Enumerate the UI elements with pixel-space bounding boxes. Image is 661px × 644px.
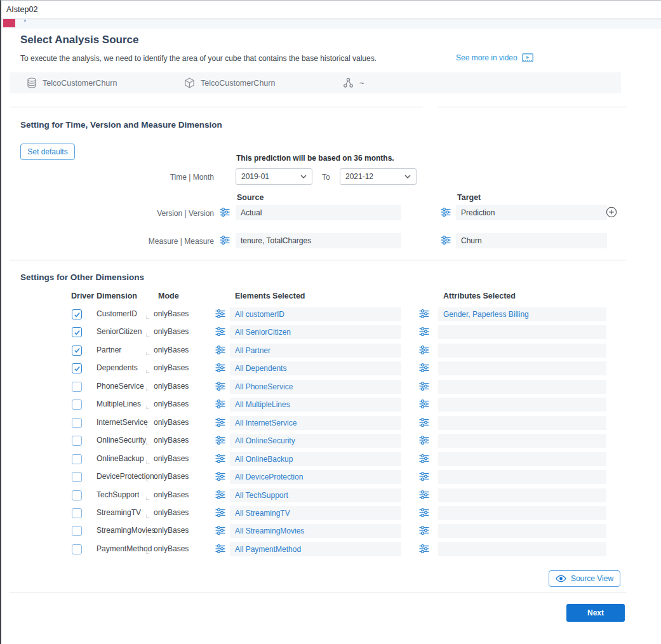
time-from-select[interactable]: 2019-01 (236, 168, 312, 185)
driver-checkbox[interactable] (72, 399, 82, 410)
elements-selected-field[interactable]: All OnlineSecurity (230, 434, 401, 448)
mode-value[interactable]: onlyBases (154, 345, 189, 354)
measure-source-field[interactable]: tenure, TotalCharges (236, 233, 401, 248)
driver-checkbox[interactable] (72, 309, 82, 319)
elements-selected-link[interactable]: All SeniorCitizen (235, 328, 291, 337)
source-view-button[interactable]: Source View (549, 570, 620, 587)
elements-filter-icon[interactable] (215, 326, 225, 337)
driver-checkbox[interactable] (72, 544, 82, 554)
elements-filter-icon[interactable] (215, 435, 225, 445)
attributes-filter-icon[interactable] (419, 326, 429, 337)
elements-selected-link[interactable]: All InternetService (235, 419, 297, 427)
attributes-selected-field[interactable]: Gender, Paperless Billing (438, 307, 606, 321)
elements-filter-icon[interactable] (215, 490, 225, 500)
mode-value[interactable]: onlyBases (154, 436, 189, 445)
mode-value[interactable]: onlyBases (154, 508, 189, 517)
elements-selected-link[interactable]: All OnlineBackup (235, 455, 293, 464)
mode-value[interactable]: onlyBases (154, 363, 189, 372)
mode-value[interactable]: onlyBases (154, 399, 189, 408)
version-source-field[interactable]: Actual (236, 205, 401, 220)
driver-checkbox[interactable] (72, 345, 82, 356)
database-item[interactable]: TelcoCustomerChurn (27, 72, 117, 93)
version-target-filter-icon[interactable] (441, 207, 451, 217)
elements-selected-link[interactable]: All StreamingTV (235, 509, 290, 518)
attributes-selected-field[interactable] (438, 380, 606, 394)
mode-value[interactable]: onlyBases (154, 327, 189, 336)
see-more-in-video-link[interactable]: See more in video (456, 53, 533, 62)
elements-selected-field[interactable]: All PhoneService (230, 380, 401, 394)
attributes-filter-icon[interactable] (419, 490, 429, 500)
attributes-selected-link[interactable]: Gender, Paperless Billing (443, 310, 529, 319)
elements-selected-field[interactable]: All MultipleLines (230, 398, 401, 412)
elements-filter-icon[interactable] (215, 309, 225, 319)
elements-filter-icon[interactable] (215, 544, 225, 554)
mode-value[interactable]: onlyBases (154, 544, 189, 553)
elements-selected-field[interactable]: All customerID (230, 307, 401, 321)
version-target-field[interactable]: Prediction (456, 205, 607, 220)
driver-checkbox[interactable] (72, 472, 82, 482)
elements-selected-field[interactable]: All TechSupport (230, 488, 401, 502)
attributes-selected-field[interactable] (438, 506, 606, 520)
elements-selected-field[interactable]: All OnlineBackup (230, 452, 401, 466)
elements-selected-field[interactable]: All Dependents (230, 361, 401, 375)
elements-filter-icon[interactable] (215, 399, 225, 409)
attributes-filter-icon[interactable] (419, 381, 429, 391)
attributes-selected-field[interactable] (438, 434, 606, 448)
elements-selected-field[interactable]: All PaymentMethod (230, 542, 401, 556)
elements-selected-link[interactable]: All OnlineSecurity (235, 436, 295, 445)
elements-selected-field[interactable]: All InternetService (230, 416, 401, 430)
version-source-filter-icon[interactable] (220, 207, 230, 217)
driver-checkbox[interactable] (72, 363, 82, 373)
measure-target-filter-icon[interactable] (441, 235, 451, 245)
elements-filter-icon[interactable] (215, 525, 225, 535)
elements-selected-link[interactable]: All PaymentMethod (235, 545, 301, 554)
cube-item[interactable]: TelcoCustomerChurn (184, 72, 275, 93)
attributes-selected-field[interactable] (438, 488, 606, 502)
elements-selected-link[interactable]: All TechSupport (235, 491, 288, 500)
attributes-selected-field[interactable] (438, 470, 606, 484)
next-button[interactable]: Next (566, 604, 625, 622)
mode-value[interactable]: onlyBases (154, 526, 189, 535)
attributes-filter-icon[interactable] (419, 507, 429, 518)
attributes-filter-icon[interactable] (419, 399, 429, 409)
attributes-filter-icon[interactable] (419, 525, 429, 535)
time-to-select[interactable]: 2021-12 (340, 168, 417, 185)
attributes-selected-field[interactable] (438, 416, 606, 430)
driver-checkbox[interactable] (72, 436, 82, 446)
driver-checkbox[interactable] (72, 508, 82, 518)
attributes-selected-field[interactable] (438, 524, 606, 538)
elements-selected-link[interactable]: All MultipleLines (235, 400, 290, 409)
attributes-selected-field[interactable] (438, 325, 606, 339)
measure-source-filter-icon[interactable] (220, 235, 230, 245)
attributes-selected-field[interactable] (438, 344, 606, 358)
driver-checkbox[interactable] (72, 454, 82, 464)
mode-value[interactable]: onlyBases (154, 309, 189, 318)
attributes-filter-icon[interactable] (419, 417, 429, 427)
elements-selected-field[interactable]: All Partner (230, 344, 401, 358)
attributes-filter-icon[interactable] (419, 345, 429, 355)
elements-filter-icon[interactable] (215, 471, 225, 481)
elements-filter-icon[interactable] (215, 507, 225, 518)
attributes-selected-field[interactable] (438, 542, 606, 556)
elements-filter-icon[interactable] (215, 381, 225, 391)
elements-selected-link[interactable]: All PhoneService (235, 382, 293, 391)
mode-value[interactable]: onlyBases (154, 490, 189, 499)
driver-checkbox[interactable] (72, 418, 82, 428)
driver-checkbox[interactable] (72, 490, 82, 500)
elements-selected-link[interactable]: All StreamingMovies (235, 527, 304, 535)
attributes-selected-field[interactable] (438, 452, 606, 466)
driver-checkbox[interactable] (72, 327, 82, 337)
elements-selected-field[interactable]: All StreamingMovies (230, 524, 401, 538)
elements-filter-icon[interactable] (215, 345, 225, 355)
elements-selected-link[interactable]: All Partner (235, 346, 270, 355)
elements-selected-link[interactable]: All DeviceProtection (235, 473, 303, 481)
workbook-tab-title[interactable]: AIstep02 (6, 5, 37, 14)
elements-selected-field[interactable]: All SeniorCitizen (230, 325, 401, 339)
elements-filter-icon[interactable] (215, 453, 225, 464)
elements-filter-icon[interactable] (215, 417, 225, 427)
attributes-filter-icon[interactable] (419, 363, 429, 373)
elements-selected-link[interactable]: All Dependents (235, 364, 286, 373)
set-defaults-button[interactable]: Set defaults (20, 144, 75, 160)
elements-filter-icon[interactable] (215, 363, 225, 373)
attributes-filter-icon[interactable] (419, 544, 429, 554)
